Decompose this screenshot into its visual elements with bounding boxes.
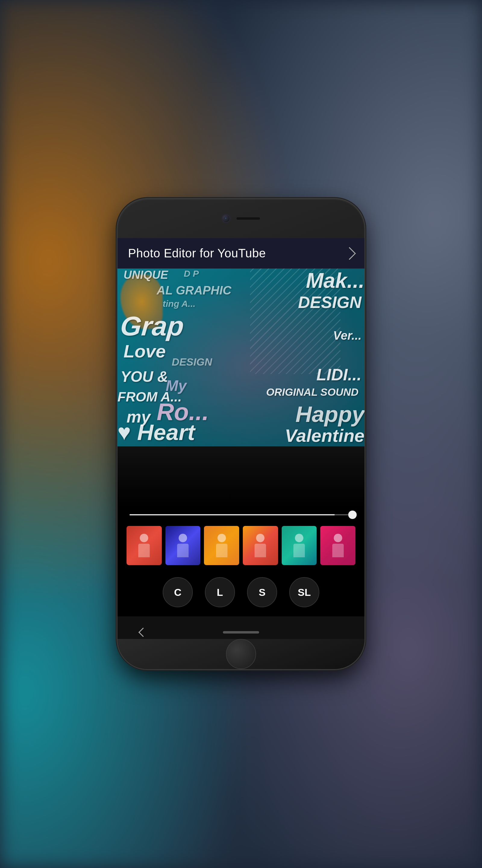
typo-make: Mak... (306, 269, 364, 293)
phone-speaker (236, 217, 260, 220)
app-header: Photo Editor for YouTube (118, 238, 364, 269)
typo-love: Love (124, 341, 166, 362)
typo-ver: Ver... (333, 329, 361, 342)
thumb-face-6 (320, 526, 355, 565)
slider-fill (130, 514, 335, 516)
ctrl-l-label: L (217, 587, 223, 598)
image-area: Grap Love YOU & FROM A... my ♥ Heart Mak… (118, 269, 364, 507)
typo-al-graphic: AL GRAPHIC (157, 284, 231, 297)
thumbnail-5[interactable] (282, 526, 317, 565)
thumbnails-row (118, 523, 364, 568)
typo-design: DESIGN (298, 293, 361, 312)
app-title: Photo Editor for YouTube (128, 247, 266, 260)
typo-top-left: UNIQUE (124, 269, 168, 281)
thumbnail-3[interactable] (204, 526, 239, 565)
thumb-face-1 (127, 526, 162, 565)
ctrl-sl-label: SL (298, 587, 311, 598)
thumbnail-4[interactable] (243, 526, 278, 565)
black-area-below-image (118, 446, 364, 507)
ctrl-s-button[interactable]: S (247, 577, 277, 607)
thumb-face-5 (282, 526, 317, 565)
front-camera (222, 214, 230, 223)
phone-top-bar (118, 199, 364, 238)
thumbnail-1[interactable] (127, 526, 162, 565)
typo-original: ORIGINAL SOUND (266, 386, 358, 398)
home-indicator[interactable] (223, 631, 259, 633)
typo-you: YOU & (121, 368, 168, 385)
ctrl-l-button[interactable]: L (205, 577, 235, 607)
typo-dp: D P (184, 269, 199, 279)
phone-device: Photo Editor for YouTube Grap Love YOU &… (118, 199, 364, 669)
controls-row: C L S SL (118, 568, 364, 616)
slider-track[interactable] (130, 514, 352, 516)
phone-screen: Photo Editor for YouTube Grap Love YOU &… (118, 238, 364, 639)
typo-my2: My (166, 377, 187, 395)
typo-design2: DESIGN (172, 356, 212, 368)
back-arrow-icon (138, 627, 148, 637)
typo-lidi: LIDI... (316, 365, 361, 384)
thumb-face-3 (204, 526, 239, 565)
image-canvas[interactable]: Grap Love YOU & FROM A... my ♥ Heart Mak… (118, 269, 364, 446)
phone-bottom-bezel (118, 639, 364, 669)
bottom-navigation (118, 616, 364, 639)
typo-valentine: Valentine (285, 425, 364, 446)
slider-area (118, 507, 364, 523)
thumb-face-2 (165, 526, 201, 565)
home-button[interactable] (226, 639, 256, 669)
thumb-face-4 (243, 526, 278, 565)
thumbnail-2[interactable] (165, 526, 201, 565)
chevron-right-icon[interactable] (343, 247, 356, 259)
typo-ro: Ro... (157, 398, 209, 426)
typo-ting: ting A... (163, 299, 195, 309)
ctrl-sl-button[interactable]: SL (289, 577, 319, 607)
thumbnail-6[interactable] (320, 526, 355, 565)
slider-thumb[interactable] (348, 510, 357, 519)
typo-grap: Grap (119, 311, 185, 342)
ctrl-c-button[interactable]: C (163, 577, 193, 607)
back-button[interactable] (135, 625, 151, 639)
ctrl-c-label: C (174, 587, 182, 598)
typography-overlay: Grap Love YOU & FROM A... my ♥ Heart Mak… (118, 269, 364, 446)
ctrl-s-label: S (259, 587, 266, 598)
typo-happy: Happy (295, 401, 364, 427)
